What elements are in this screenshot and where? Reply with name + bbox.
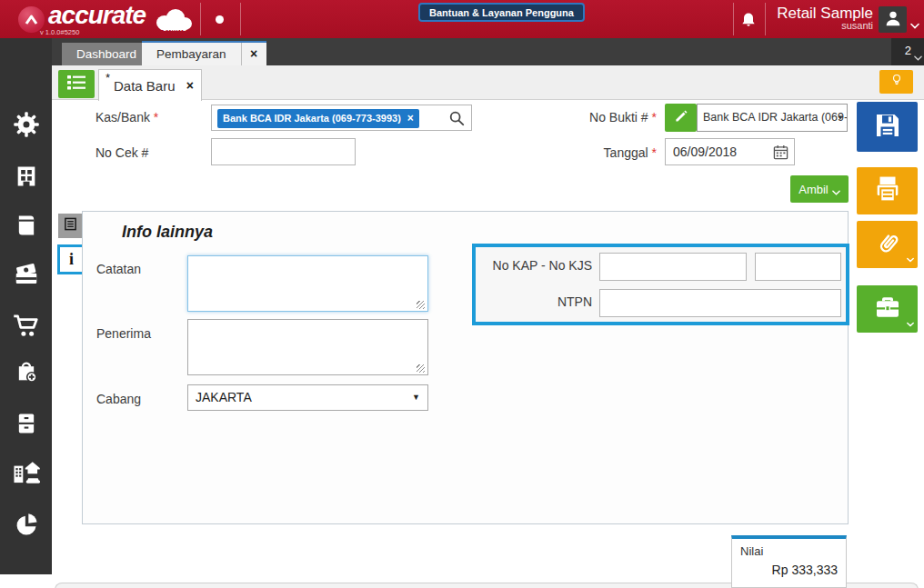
topbar: accurate online v 1.0.0#5250 Bantuan & L… [0,0,924,38]
no-bukti-value: Bank BCA IDR Jakarta (069-773-3993) [703,111,848,124]
cabang-dropdown-icon: ▼ [412,385,420,410]
tanggal-field [665,138,795,165]
lightbulb-icon [889,72,904,92]
assets-icon [12,459,41,490]
sidebar-item-cash-bank[interactable] [0,262,52,291]
topbar-divider [200,3,201,35]
tab-counter-value: 2 [905,44,911,57]
kas-bank-label: Kas/Bank * [95,110,158,125]
calendar-icon[interactable] [773,145,788,164]
printer-icon [872,174,903,208]
tab-dashboard[interactable]: Dashboard [62,43,151,65]
kas-bank-field[interactable]: Bank BCA IDR Jakarta (069-773-3993)× [211,105,472,131]
nilai-summary: Nilai Rp 333,333 [731,535,847,588]
caret-logo-icon [25,12,38,28]
side-tab-detail[interactable] [58,214,82,238]
required-marker: * [154,110,158,125]
resize-handle[interactable] [417,301,425,309]
required-marker: * [652,145,657,160]
no-bukti-label: No Bukti # * [546,110,657,125]
briefcase-icon [873,293,902,325]
tab-pembayaran[interactable]: Pembayaran × [142,41,266,65]
account-block[interactable]: Retail Sample susanti [777,5,873,31]
hint-button[interactable] [879,70,913,94]
document-toolstrip: * Data Baru × [52,65,924,100]
tools-button[interactable] [857,285,918,333]
nilai-value: Rp 333,333 [772,563,838,577]
paperclip-icon [868,224,907,264]
app-window: accurate online v 1.0.0#5250 Bantuan & L… [0,0,924,588]
info-icon: i [69,250,74,269]
catatan-textarea[interactable] [187,255,428,312]
sidebar-item-fixed-assets[interactable] [0,459,52,490]
sidebar-item-journal[interactable] [0,213,52,242]
no-kjs-input[interactable] [755,253,841,281]
ambil-chevron-down-icon [832,184,840,198]
doc-tab-label: Data Baru [114,78,176,94]
catatan-label: Catatan [96,262,141,276]
no-kap-label: No KAP - No KJS [483,258,592,273]
nilai-label: Nilai [740,544,763,558]
kas-bank-chip[interactable]: Bank BCA IDR Jakarta (069-773-3993)× [217,109,419,128]
info-lainnya-panel: Info lainnya Catatan Penerima Cabang JAK… [82,211,849,524]
cabang-value: JAKARTA [196,390,252,404]
kas-bank-chip-label: Bank BCA IDR Jakarta (069-773-3993) [223,113,401,124]
no-cek-label: No Cek # [95,145,148,160]
cabang-select[interactable]: JAKARTA ▼ [187,384,428,411]
company-icon [14,164,39,193]
tab-counter-chevron-down-icon [914,50,922,64]
attachment-button[interactable] [857,221,918,268]
ntpn-input[interactable] [599,289,841,317]
no-kap-input[interactable] [599,253,747,281]
avatar[interactable] [879,6,907,33]
sidebar-item-inventory[interactable] [0,411,52,440]
tab-pembayaran-label: Pembayaran [142,47,241,61]
doc-tab-data-baru[interactable]: * Data Baru × [98,69,202,101]
cart-icon [13,314,40,343]
kap-highlight-box: No KAP - No KJS NTPN [472,244,849,325]
no-bukti-select[interactable]: Bank BCA IDR Jakarta (069-773-3993) ▼ [697,104,848,132]
menu-list-button[interactable] [58,70,95,98]
save-icon [871,109,904,145]
nav-dot[interactable] [216,15,224,24]
bag-plus-icon [14,358,39,389]
info-section-title: Info lainnya [122,223,213,242]
tab-counter[interactable]: 2 [891,38,924,65]
cash-icon [13,262,40,291]
pencil-icon [674,109,688,127]
resize-handle[interactable] [417,364,425,373]
search-icon[interactable] [448,110,465,130]
help-badge[interactable]: Bantuan & Layanan Pengguna [418,3,585,22]
account-chevron-down-icon[interactable] [910,16,919,33]
gear-icon [13,111,40,142]
no-cek-input[interactable] [211,138,356,165]
attachment-chevron-down-icon [907,250,914,266]
document-icon [64,217,77,234]
sidebar-item-reports[interactable] [0,512,52,541]
brand-sub: online [163,24,187,33]
cabang-label: Cabang [96,392,141,406]
save-button[interactable] [857,102,918,152]
bell-icon[interactable] [739,10,758,34]
person-icon [883,8,903,32]
ambil-button-label: Ambil [798,183,829,196]
sidebar-item-company[interactable] [0,164,52,193]
tanggal-input[interactable] [666,139,766,164]
doc-tab-close-icon[interactable]: × [186,78,194,93]
ambil-button[interactable]: Ambil [790,175,849,203]
sidebar-item-settings[interactable] [0,111,52,142]
edit-no-bukti-button[interactable] [665,104,697,132]
sidebar-item-purchases[interactable] [0,358,52,389]
topbar-divider [240,3,241,35]
brand-name: accurate [48,1,146,30]
penerima-textarea[interactable] [187,319,428,375]
no-bukti-dropdown-icon: ▼ [837,105,844,131]
sidebar [0,38,52,574]
chip-remove-icon[interactable]: × [407,112,414,125]
print-button[interactable] [857,167,918,214]
required-marker: * [652,110,657,125]
tab-close-icon[interactable]: × [241,43,266,65]
sidebar-item-sales[interactable] [0,314,52,343]
tools-chevron-down-icon [907,314,914,331]
ntpn-label: NTPN [483,294,592,309]
